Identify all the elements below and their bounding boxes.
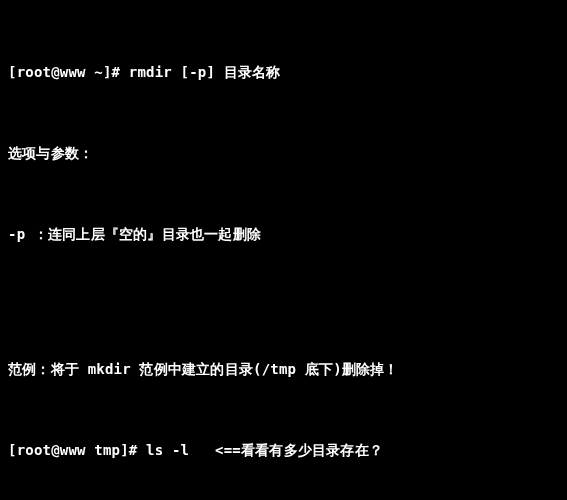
terminal-line: [root@www ~]# rmdir [-p] 目录名称 [8,59,559,86]
terminal-output: [root@www ~]# rmdir [-p] 目录名称 选项与参数： -p … [0,0,567,500]
terminal-line: 范例：将于 mkdir 范例中建立的目录(/tmp 底下)删除掉！ [8,356,559,383]
terminal-line: 选项与参数： [8,140,559,167]
terminal-line: [root@www tmp]# ls -l <==看看有多少目录存在？ [8,437,559,464]
terminal-line: -p ：连同上层『空的』目录也一起删除 [8,221,559,248]
